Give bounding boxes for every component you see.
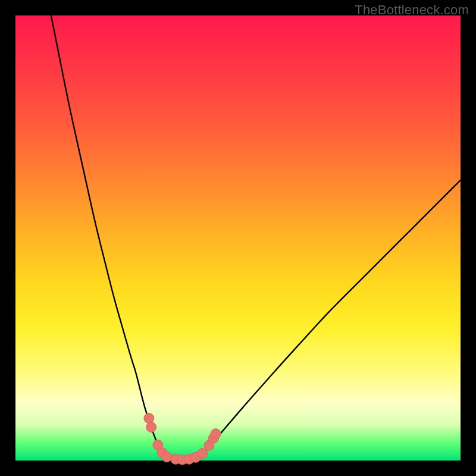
data-marker	[162, 452, 172, 462]
watermark-text: TheBottleneck.com	[355, 2, 469, 18]
data-marker	[144, 413, 154, 423]
data-marker	[198, 449, 208, 459]
data-marker	[146, 422, 156, 432]
curve-path-group	[51, 15, 461, 461]
data-marker	[211, 429, 221, 439]
plot-area	[15, 15, 461, 461]
curve-path	[51, 15, 461, 461]
chart-frame: TheBottleneck.com	[0, 0, 476, 476]
bottleneck-curve	[15, 15, 461, 461]
